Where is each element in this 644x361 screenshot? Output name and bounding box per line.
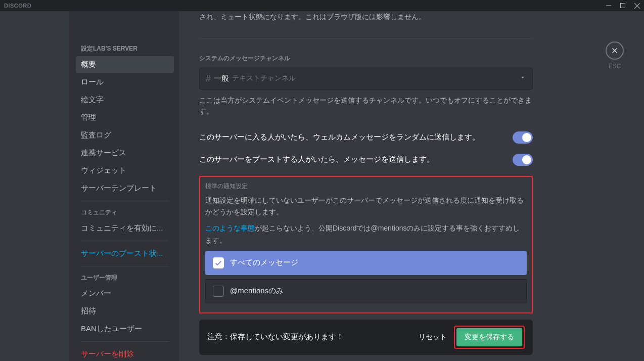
sidebar-user-header: ユーザー管理	[76, 270, 174, 285]
sidebar-item-server-boost[interactable]: サーバーのブースト状...	[76, 245, 174, 262]
radio-all-label: すべてのメッセージ	[230, 258, 298, 267]
left-gutter	[0, 11, 69, 361]
checkbox-checked-icon	[213, 257, 224, 268]
close-settings-button[interactable]	[606, 41, 624, 60]
sidebar-item-integrations[interactable]: 連携サービス	[76, 145, 174, 161]
radio-all-messages[interactable]: すべてのメッセージ	[205, 251, 527, 275]
titlebar: DISCORD	[0, 0, 644, 11]
boost-message-row: このサーバーをブーストする人がいたら、メッセージを送信します。	[199, 149, 533, 171]
sidebar-item-widget[interactable]: ウィジェット	[76, 162, 174, 179]
sidebar-item-moderation[interactable]: 管理	[76, 109, 174, 126]
boost-toggle-label: このサーバーをブーストする人がいたら、メッセージを送信します。	[199, 155, 513, 164]
boost-toggle[interactable]	[513, 154, 533, 166]
sidebar-item-template[interactable]: サーバーテンプレート	[76, 180, 174, 197]
sidebar-divider	[81, 241, 169, 241]
unsaved-changes-bar: 注意：保存していない変更があります！ リセット 変更を保存する	[199, 320, 533, 355]
esc-button-wrap: ESC	[606, 41, 624, 70]
radio-mentions-label: @mentionsのみ	[230, 286, 284, 296]
maximize-button[interactable]	[616, 0, 630, 11]
welcome-message-row: このサーバーに入る人がいたら、ウェルカムメッセージをランダムに送信します。	[199, 126, 533, 149]
chevron-down-icon	[519, 74, 526, 83]
notification-desc2: このような事態が起こらないよう、公開Discordでは@mentionsのみに設…	[205, 222, 527, 247]
settings-content: され、ミュート状態になります。これはブラウザ版には影響しません。 システムのメッ…	[179, 11, 561, 361]
esc-label: ESC	[606, 63, 624, 70]
sidebar-item-members[interactable]: メンバー	[76, 285, 174, 302]
sidebar-divider	[81, 341, 169, 342]
svg-rect-1	[621, 4, 625, 8]
system-channel-label: システムのメッセージチャンネル	[199, 54, 533, 63]
notification-link[interactable]: このような事態	[205, 224, 255, 232]
save-button[interactable]: 変更を保存する	[456, 328, 522, 346]
settings-sidebar: 設定LAB'S SERVER 概要 ロール 絵文字 管理 監査ログ 連携サービス…	[69, 11, 179, 361]
select-value: 一般	[214, 74, 229, 83]
sidebar-item-audit-log[interactable]: 監査ログ	[76, 127, 174, 144]
radio-mentions-only[interactable]: @mentionsのみ	[205, 279, 527, 303]
system-channel-helper: ここは当方がシステムイベントメッセージを送信するチャンネルです。いつでもオフにす…	[199, 95, 533, 117]
minimize-button[interactable]	[602, 0, 616, 11]
welcome-toggle[interactable]	[513, 131, 533, 144]
checkbox-unchecked-icon	[213, 286, 224, 297]
sidebar-community-header: コミュニティ	[76, 205, 174, 220]
divider	[199, 38, 533, 39]
app-brand: DISCORD	[4, 3, 31, 9]
sidebar-item-overview[interactable]: 概要	[76, 56, 174, 73]
sidebar-item-enable-community[interactable]: コミュニティを有効に...	[76, 220, 174, 237]
right-gutter: ESC	[561, 11, 644, 361]
reset-button[interactable]: リセット	[419, 333, 447, 342]
sidebar-divider	[81, 201, 169, 201]
sidebar-server-header: 設定LAB'S SERVER	[76, 41, 174, 56]
unsaved-text: 注意：保存していない変更があります！	[207, 332, 344, 342]
notification-highlight-box: 標準の通知設定 通知設定を明確にしていないユーザーがこのサーバーでメッセージが送…	[199, 176, 533, 313]
afk-description: され、ミュート状態になります。これはブラウザ版には影響しません。	[199, 11, 533, 23]
notification-title: 標準の通知設定	[205, 182, 527, 191]
notification-desc: 通知設定を明確にしていないユーザーがこのサーバーでメッセージが送信される度に通知…	[205, 195, 527, 219]
sidebar-item-delete-server[interactable]: サーバーを削除	[76, 346, 174, 361]
sidebar-item-roles[interactable]: ロール	[76, 74, 174, 91]
hash-icon: #	[206, 73, 211, 84]
close-button[interactable]	[630, 0, 644, 11]
sidebar-item-bans[interactable]: BANしたユーザー	[76, 321, 174, 337]
sidebar-item-emoji[interactable]: 絵文字	[76, 92, 174, 108]
sidebar-item-invites[interactable]: 招待	[76, 303, 174, 320]
sidebar-divider	[81, 266, 169, 266]
welcome-toggle-label: このサーバーに入る人がいたら、ウェルカムメッセージをランダムに送信します。	[199, 132, 513, 142]
window-controls	[602, 0, 644, 11]
system-channel-select[interactable]: # 一般 テキストチャンネル	[199, 68, 533, 89]
select-category: テキストチャンネル	[232, 74, 296, 83]
save-button-highlight: 変更を保存する	[454, 326, 525, 349]
